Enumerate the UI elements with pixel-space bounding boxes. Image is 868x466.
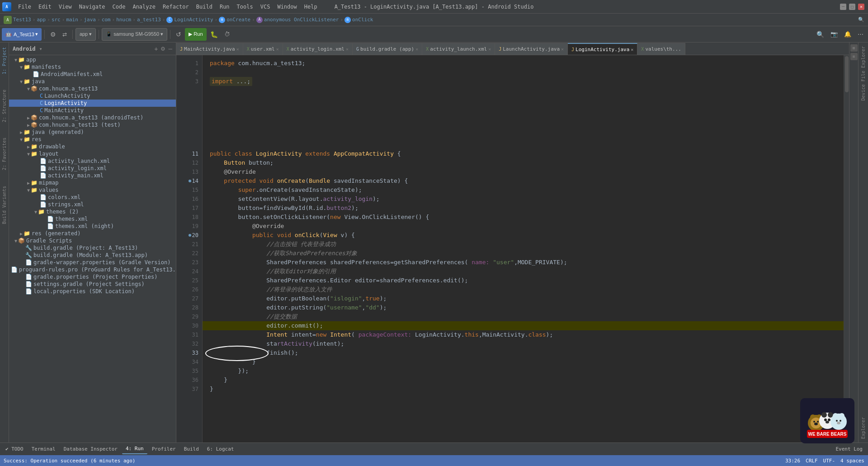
tab-mainactivity[interactable]: J MainActivity.java ✕ xyxy=(176,43,243,55)
menu-help[interactable]: Help xyxy=(301,2,321,12)
toolbar-sync[interactable]: ⇄ xyxy=(60,28,70,41)
panel-dropdown[interactable]: ▾ xyxy=(39,46,42,52)
tree-item-activity-launch[interactable]: 📄 activity_launch.xml xyxy=(9,157,176,165)
build-variants-vtab[interactable]: Build Variants xyxy=(1,183,8,227)
tree-item-androidmanifest[interactable]: 📄 AndroidManifest.xml xyxy=(9,71,176,78)
tree-item-res[interactable]: ▼ 📁 res xyxy=(9,136,176,143)
right-panel-icon-2[interactable]: ≡ xyxy=(850,53,858,60)
tab-activitylaunchxml-close[interactable]: ✕ xyxy=(488,47,491,52)
tree-item-java[interactable]: ▼ 📁 java xyxy=(9,78,176,85)
maximize-button[interactable]: □ xyxy=(849,4,855,10)
bc-com[interactable]: com xyxy=(102,17,111,23)
toolbar-settings[interactable]: ⚙ xyxy=(47,28,59,41)
tree-item-activity-login[interactable]: 📄 activity_login.xml xyxy=(9,165,176,172)
bc-onclick[interactable]: onClick xyxy=(352,17,373,23)
bc-src[interactable]: src xyxy=(52,17,61,23)
toolbar-device-select[interactable]: 📱 samsung SM-G9550 ▾ xyxy=(102,28,167,41)
tree-item-androidtest[interactable]: ▶ 📦 com.hnucm.a_test13 (androidTest) xyxy=(9,114,176,121)
bottom-tab-terminal[interactable]: Terminal xyxy=(28,444,59,454)
tab-activitylaunchxml[interactable]: X activity_launch.xml ✕ xyxy=(422,43,495,55)
tree-item-launchactivity[interactable]: C LaunchActivity xyxy=(9,92,176,100)
bc-loginactivity[interactable]: LoginActivity xyxy=(174,17,213,23)
bc-hnucm[interactable]: hnucm xyxy=(116,17,131,23)
scrollbar-thumb[interactable] xyxy=(845,56,849,92)
tree-item-local-props[interactable]: 📄 local.properties (SDK Location) xyxy=(9,288,176,295)
tree-item-java-gen[interactable]: ▶ 📁 java (generated) xyxy=(9,128,176,136)
tree-item-mipmap[interactable]: ▶ 📁 mipmap xyxy=(9,179,176,186)
tree-item-res-gen[interactable]: ▶ 📁 res (generated) xyxy=(9,230,176,237)
bc-project[interactable]: Test13 xyxy=(13,17,31,23)
menu-window[interactable]: Window xyxy=(274,2,300,12)
tab-activityloginxml[interactable]: X activity_login.xml ✕ xyxy=(283,43,353,55)
tree-item-settings-gradle[interactable]: 📄 settings.gradle (Project Settings) xyxy=(9,281,176,288)
tab-buildgradle[interactable]: G build.gradle (app) ✕ xyxy=(353,43,422,55)
bottom-tab-build[interactable]: Build xyxy=(180,444,203,454)
toolbar-app-select[interactable]: app ▾ xyxy=(75,28,96,41)
explorer-label[interactable]: Explorer xyxy=(860,415,867,441)
bc-main[interactable]: main xyxy=(66,17,78,23)
toolbar-more[interactable]: ⋯ xyxy=(855,28,866,41)
menu-edit[interactable]: Edit xyxy=(35,2,55,12)
bottom-tab-profiler[interactable]: Profiler xyxy=(148,444,179,454)
tree-item-build-gradle-proj[interactable]: 🔧 build.gradle (Project: A_Test13) xyxy=(9,244,176,252)
structure-vtab[interactable]: 2: Structure xyxy=(1,87,8,125)
tree-item-manifests[interactable]: ▼ 📁 manifests xyxy=(9,63,176,71)
toolbar-project-btn[interactable]: 🤖 A_Test13 ▾ xyxy=(2,28,42,41)
event-log-btn[interactable]: Event Log xyxy=(832,444,866,454)
bc-a-test13[interactable]: a_test13 xyxy=(137,17,161,23)
bc-app[interactable]: app xyxy=(37,17,46,23)
toolbar-run-btn[interactable]: ▶ Run xyxy=(185,28,206,41)
toolbar-refresh[interactable]: ↺ xyxy=(173,28,184,41)
code-content[interactable]: package com.hnucm.a_test13; import ...; … xyxy=(203,55,844,442)
tree-item-proguard[interactable]: 📄 proguard-rules.pro (ProGuard Rules for… xyxy=(9,266,176,273)
tree-item-loginactivity[interactable]: C LoginActivity xyxy=(9,100,176,107)
search-icon[interactable]: 🔍 xyxy=(858,17,864,23)
menu-refactor[interactable]: Refactor xyxy=(159,2,193,12)
bottom-tab-todo[interactable]: ✔ TODO xyxy=(2,444,27,454)
bottom-tab-logcat[interactable]: 6: Logcat xyxy=(203,444,238,454)
tab-launchactivity-close[interactable]: ✕ xyxy=(561,47,564,52)
tab-values[interactable]: X values\th... xyxy=(637,43,685,55)
tree-item-themes[interactable]: ▼ 📁 themes (2) xyxy=(9,208,176,215)
minimize-button[interactable]: ─ xyxy=(840,4,846,10)
tree-item-values[interactable]: ▼ 📁 values xyxy=(9,186,176,194)
toolbar-notifications[interactable]: 🔔 xyxy=(841,28,854,41)
menu-run[interactable]: Run xyxy=(216,2,233,12)
bottom-tab-run[interactable]: 4: Run xyxy=(122,444,147,454)
panel-add-btn[interactable]: + xyxy=(154,45,158,52)
tree-item-gradle-scripts[interactable]: ▼ 📦 Gradle Scripts xyxy=(9,237,176,244)
tree-item-drawable[interactable]: ▶ 📁 drawable xyxy=(9,143,176,150)
toolbar-debug-btn[interactable]: 🐛 xyxy=(208,28,221,41)
panel-settings-btn[interactable]: ⚙ xyxy=(160,45,165,52)
status-encoding[interactable]: UTF- xyxy=(823,458,835,464)
menu-file[interactable]: File xyxy=(14,2,35,12)
status-spaces[interactable]: 4 spaces xyxy=(840,458,864,464)
editor-scrollbar[interactable] xyxy=(844,55,849,442)
tab-mainactivity-close[interactable]: ✕ xyxy=(236,47,239,52)
bc-anon[interactable]: anonymous OnClickListener xyxy=(264,17,339,23)
tree-item-gradle-props[interactable]: 📄 gradle.properties (Project Properties) xyxy=(9,273,176,281)
tree-item-themes-xml[interactable]: 📄 themes.xml xyxy=(9,215,176,223)
menu-analyze[interactable]: Analyze xyxy=(129,2,159,12)
tab-loginactivity-close[interactable]: ✕ xyxy=(631,47,633,52)
tab-userxml[interactable]: X user.xml ✕ xyxy=(243,43,283,55)
menu-code[interactable]: Code xyxy=(109,2,129,12)
tree-item-app[interactable]: ▼ 📁 app xyxy=(9,56,176,63)
menu-view[interactable]: View xyxy=(55,2,75,12)
menu-tools[interactable]: Tools xyxy=(233,2,257,12)
status-crlf[interactable]: CRLF xyxy=(806,458,818,464)
tree-item-mainactivity[interactable]: C MainActivity xyxy=(9,107,176,114)
tree-item-gradle-wrapper[interactable]: 📄 gradle-wrapper.properties (Gradle Vers… xyxy=(9,259,176,266)
bc-oncreate[interactable]: onCreate xyxy=(226,17,250,23)
toolbar-profile-btn[interactable]: ⏱ xyxy=(222,28,233,41)
favorites-vtab[interactable]: 2: Favorites xyxy=(1,135,8,173)
tree-item-test[interactable]: ▶ 📦 com.hnucm.a_test13 (test) xyxy=(9,121,176,128)
tree-item-package[interactable]: ▼ 📦 com.hnucm.a_test13 xyxy=(9,85,176,92)
right-panel-icon-1[interactable]: ⊞ xyxy=(850,44,858,52)
tab-loginactivity[interactable]: J LoginActivity.java ✕ xyxy=(568,43,637,55)
tree-item-strings[interactable]: 📄 strings.xml xyxy=(9,201,176,208)
tab-launchactivity[interactable]: J LaunchActivity.java ✕ xyxy=(495,43,568,55)
project-vtab[interactable]: 1: Project xyxy=(1,44,8,77)
tab-activityloginxml-close[interactable]: ✕ xyxy=(346,47,349,52)
bottom-tab-db-inspector[interactable]: Database Inspector xyxy=(60,444,121,454)
